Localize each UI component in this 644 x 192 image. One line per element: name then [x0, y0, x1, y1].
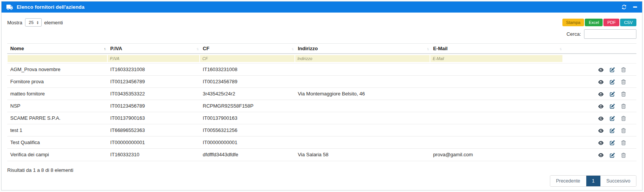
page-length-value: 25	[29, 20, 34, 25]
cell-email: prova@gamil.com	[430, 149, 563, 161]
next-page-button[interactable]: Successivo	[600, 176, 636, 186]
cell-indirizzo	[295, 100, 430, 112]
column-header-nome[interactable]: Nome↑↓	[7, 44, 107, 54]
print-button[interactable]: Stampa	[562, 19, 584, 26]
cell-nome: Fornitore prova	[7, 76, 107, 88]
table-row: test 1 IT66896552363 IT00556321256	[7, 124, 636, 136]
cell-nome: NSP	[7, 100, 107, 112]
cell-email	[430, 136, 563, 149]
delete-icon[interactable]	[621, 140, 626, 145]
view-icon[interactable]	[598, 80, 604, 84]
row-actions	[563, 76, 636, 88]
filter-input-piva[interactable]	[108, 55, 200, 62]
row-actions	[563, 100, 636, 112]
panel-body: Mostra 25 ▲▼ elementi Stampa Excel PDF C…	[2, 13, 642, 187]
elements-label: elementi	[44, 20, 63, 25]
cell-cf: IT00000000001	[200, 136, 294, 149]
row-actions	[563, 124, 636, 136]
row-actions	[563, 112, 636, 124]
delete-icon[interactable]	[621, 67, 626, 72]
results-info: Risultati da 1 a 8 di 8 elementi	[7, 167, 636, 173]
refresh-icon[interactable]	[622, 5, 627, 10]
cell-piva: IT00137900163	[107, 112, 200, 124]
row-actions	[563, 88, 636, 100]
view-icon[interactable]	[598, 104, 604, 109]
filter-row	[7, 54, 636, 63]
view-icon[interactable]	[598, 116, 604, 121]
table-row: AGM_Prova novembre IT16033231008 IT16033…	[7, 63, 636, 76]
edit-icon[interactable]	[610, 92, 615, 97]
filter-input-email[interactable]	[430, 55, 562, 62]
sort-icon: ↑↓	[291, 46, 293, 51]
filter-input-nome[interactable]	[8, 55, 107, 62]
column-header-cf[interactable]: CF↑↓	[200, 44, 294, 54]
edit-icon[interactable]	[610, 140, 615, 145]
pdf-button[interactable]: PDF	[603, 19, 619, 26]
csv-button[interactable]: CSV	[620, 19, 636, 26]
edit-icon[interactable]	[610, 104, 615, 109]
panel-header: Elenco fornitori dell'azienda	[2, 2, 642, 13]
edit-icon[interactable]	[610, 153, 615, 158]
suppliers-panel: Elenco fornitori dell'azienda Mostra 25 …	[1, 1, 642, 190]
delete-icon[interactable]	[621, 104, 626, 109]
delete-icon[interactable]	[621, 116, 626, 121]
page-number-button[interactable]: 1	[586, 176, 600, 186]
cell-cf: IT00137900163	[200, 112, 294, 124]
view-icon[interactable]	[598, 141, 604, 145]
cell-nome: Test Qualifica	[7, 136, 107, 149]
delete-icon[interactable]	[621, 79, 626, 84]
edit-icon[interactable]	[610, 116, 615, 121]
column-header-actions	[563, 44, 636, 54]
search-control: Cerca:	[7, 29, 636, 39]
sort-icon: ↑↓	[104, 46, 105, 51]
view-icon[interactable]	[598, 92, 604, 97]
cell-piva: IT160332310	[107, 149, 200, 161]
table-row: Fornitore prova IT00123456789 IT00123456…	[7, 76, 636, 88]
search-input[interactable]	[584, 29, 636, 39]
column-header-email[interactable]: E-Mail↑↓	[430, 44, 563, 54]
page-title: Elenco fornitori dell'azienda	[17, 4, 85, 10]
cell-indirizzo	[295, 136, 430, 149]
export-buttons: Stampa Excel PDF CSV	[562, 19, 636, 26]
cell-piva: IT16033231008	[107, 63, 200, 76]
sort-icon: ↑↓	[427, 46, 428, 51]
view-icon[interactable]	[598, 153, 604, 157]
excel-button[interactable]: Excel	[585, 19, 603, 26]
cell-nome: matteo fornitore	[7, 88, 107, 100]
table-body: AGM_Prova novembre IT16033231008 IT16033…	[7, 63, 636, 161]
cell-cf: IT00123456789	[200, 76, 294, 88]
cell-email	[430, 112, 563, 124]
view-icon[interactable]	[598, 68, 604, 72]
cell-piva: IT03435353322	[107, 88, 200, 100]
column-header-indirizzo[interactable]: Indirizzo↑↓	[295, 44, 430, 54]
filter-input-indirizzo[interactable]	[295, 55, 430, 62]
cell-indirizzo	[295, 63, 430, 76]
page-length-select[interactable]: 25 ▲▼	[25, 18, 42, 27]
delete-icon[interactable]	[621, 92, 626, 97]
cell-indirizzo: Via Montemaggiore Belsito, 46	[295, 88, 430, 100]
cell-email	[430, 88, 563, 100]
previous-page-button[interactable]: Precedente	[550, 176, 586, 186]
column-header-piva[interactable]: P.IVA↑↓	[107, 44, 200, 54]
row-actions	[563, 136, 636, 149]
minimize-icon[interactable]	[633, 6, 637, 8]
edit-icon[interactable]	[610, 67, 615, 72]
table-row: matteo fornitore IT03435353322 3r435425r…	[7, 88, 636, 100]
select-spinner-icon: ▲▼	[36, 21, 39, 24]
cell-indirizzo	[295, 76, 430, 88]
page-length-control: Mostra 25 ▲▼ elementi	[7, 18, 63, 27]
delete-icon[interactable]	[621, 153, 626, 158]
table-row: NSP IT00123456789 RCPMGR92S58F158P	[7, 100, 636, 112]
cell-piva: IT00000000001	[107, 136, 200, 149]
view-icon[interactable]	[598, 129, 604, 133]
toolbar: Mostra 25 ▲▼ elementi Stampa Excel PDF C…	[7, 18, 636, 27]
cell-indirizzo	[295, 112, 430, 124]
filter-input-cf[interactable]	[200, 55, 294, 62]
edit-icon[interactable]	[610, 79, 615, 84]
edit-icon[interactable]	[610, 128, 615, 133]
delete-icon[interactable]	[621, 128, 626, 133]
cell-cf: IT16033231008	[200, 63, 294, 76]
cell-email	[430, 76, 563, 88]
cell-email	[430, 124, 563, 136]
search-label: Cerca:	[567, 31, 581, 37]
